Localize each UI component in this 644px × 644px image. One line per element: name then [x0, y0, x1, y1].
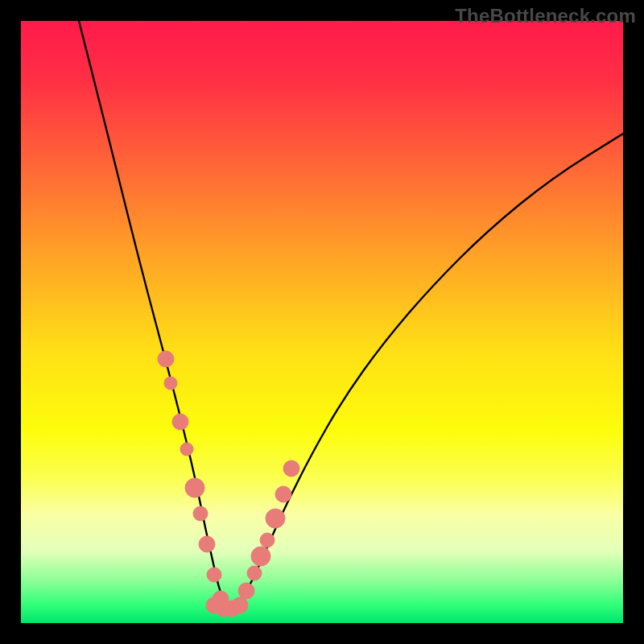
data-marker: [266, 509, 285, 528]
watermark-text: TheBottleneck.com: [455, 5, 636, 27]
data-marker: [172, 414, 188, 430]
data-marker: [185, 478, 204, 497]
marker-group: [158, 351, 299, 617]
data-marker: [275, 486, 291, 502]
data-marker: [260, 533, 275, 547]
data-marker: [199, 536, 215, 552]
data-marker: [251, 547, 270, 566]
data-marker: [164, 377, 177, 390]
data-marker: [193, 506, 208, 521]
data-marker: [207, 568, 221, 582]
curve-layer: [21, 21, 623, 623]
chart-frame: TheBottleneck.com: [0, 0, 644, 644]
data-marker: [232, 597, 248, 613]
data-marker: [283, 460, 299, 477]
plot-area: [21, 21, 623, 623]
data-marker: [238, 583, 254, 599]
data-marker: [158, 351, 174, 367]
bottleneck-curve: [79, 21, 623, 606]
data-marker: [180, 443, 193, 456]
data-marker: [247, 566, 262, 580]
